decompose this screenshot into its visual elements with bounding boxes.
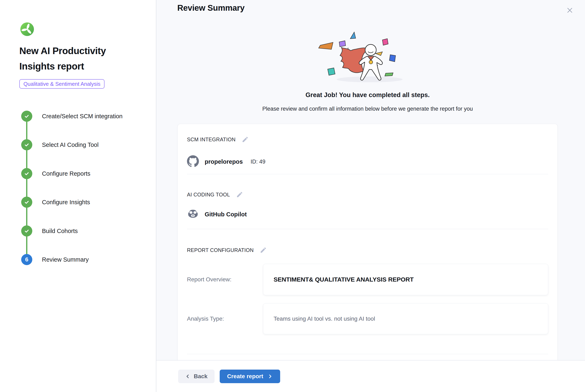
step-label: Configure Insights <box>42 199 90 206</box>
step-configure-insights[interactable]: Configure Insights <box>21 196 90 208</box>
analysis-type-label: Analysis Type: <box>187 316 263 322</box>
report-overview-row: Report Overview: SENTIMENT& QUALITATIVE … <box>187 264 548 295</box>
analysis-type-row: Analysis Type: Teams using AI tool vs. n… <box>187 303 548 334</box>
summary-card: SCM INTEGRATION propelorepos ID: 49 AI C… <box>178 124 558 360</box>
page-title: Review Summary <box>177 3 244 12</box>
analysis-type-value: Teams using AI tool vs. not using AI too… <box>274 316 375 322</box>
step-label: Configure Reports <box>42 170 90 177</box>
edit-scm-integration-button[interactable] <box>242 136 249 143</box>
github-copilot-icon <box>187 208 199 221</box>
back-button[interactable]: Back <box>178 370 214 383</box>
report-configuration-section-header: REPORT CONFIGURATION <box>187 246 267 254</box>
scm-integration-name: propelorepos <box>205 158 243 165</box>
celebration-illustration <box>178 26 558 87</box>
check-icon <box>21 139 32 150</box>
ai-coding-tool-name: GitHub Copilot <box>205 211 247 218</box>
check-icon <box>21 226 32 236</box>
wizard-steps: Create/Select SCM integration Select AI … <box>21 111 149 267</box>
report-configuration-heading: REPORT CONFIGURATION <box>187 247 254 253</box>
scm-integration-value-row: propelorepos ID: 49 <box>187 155 265 168</box>
propeller-icon <box>20 22 34 36</box>
analysis-type-value-box: Teams using AI tool vs. not using AI too… <box>263 303 548 334</box>
step-connector-line <box>26 116 27 260</box>
step-create-select-scm-integration[interactable]: Create/Select SCM integration <box>21 111 122 122</box>
step-select-ai-coding-tool[interactable]: Select AI Coding Tool <box>21 139 98 150</box>
step-configure-reports[interactable]: Configure Reports <box>21 168 90 179</box>
step-review-summary[interactable]: 6 Review Summary <box>21 254 89 265</box>
section-divider <box>187 354 548 354</box>
chevron-right-icon <box>268 374 273 379</box>
edit-ai-coding-tool-button[interactable] <box>236 191 243 198</box>
check-icon <box>21 168 32 179</box>
section-divider <box>187 174 548 174</box>
congrats-title: Great Job! You have completed all steps. <box>178 91 558 99</box>
step-number-badge: 6 <box>21 254 32 265</box>
step-build-cohorts[interactable]: Build Cohorts <box>21 226 78 236</box>
github-icon <box>187 155 199 168</box>
close-icon[interactable] <box>565 5 575 15</box>
report-overview-value-box: SENTIMENT& QUALITATIVE ANALYSIS REPORT <box>263 264 548 295</box>
step-label: Build Cohorts <box>42 228 78 234</box>
check-icon <box>21 196 32 208</box>
create-report-button[interactable]: Create report <box>220 370 280 383</box>
step-label: Select AI Coding Tool <box>42 142 98 148</box>
wizard-footer: Back Create report <box>156 360 585 392</box>
scm-integration-id: ID: 49 <box>250 158 265 165</box>
wizard-sidebar: New AI Productivity Insights report Qual… <box>0 0 156 392</box>
ai-coding-tool-heading: AI CODING TOOL <box>187 192 230 198</box>
analysis-type-badge: Qualitative & Sentiment Analysis <box>19 79 104 89</box>
ai-coding-tool-value-row: GitHub Copilot <box>187 208 247 221</box>
report-overview-label: Report Overview: <box>187 276 263 283</box>
scm-integration-section-header: SCM INTEGRATION <box>187 136 249 143</box>
scm-integration-heading: SCM INTEGRATION <box>187 136 236 142</box>
check-icon <box>21 111 32 122</box>
chevron-left-icon <box>185 374 190 379</box>
edit-report-configuration-button[interactable] <box>260 246 267 254</box>
step-label: Create/Select SCM integration <box>42 113 122 120</box>
create-report-button-label: Create report <box>227 373 263 380</box>
congrats-subtitle: Please review and confirm all informatio… <box>178 106 558 112</box>
ai-coding-tool-section-header: AI CODING TOOL <box>187 191 243 198</box>
step-label: Review Summary <box>42 256 89 263</box>
review-summary-panel: Review Summary <box>156 0 585 360</box>
report-overview-value: SENTIMENT& QUALITATIVE ANALYSIS REPORT <box>274 276 414 283</box>
back-button-label: Back <box>194 373 208 380</box>
wizard-title: New AI Productivity Insights report <box>19 43 139 74</box>
